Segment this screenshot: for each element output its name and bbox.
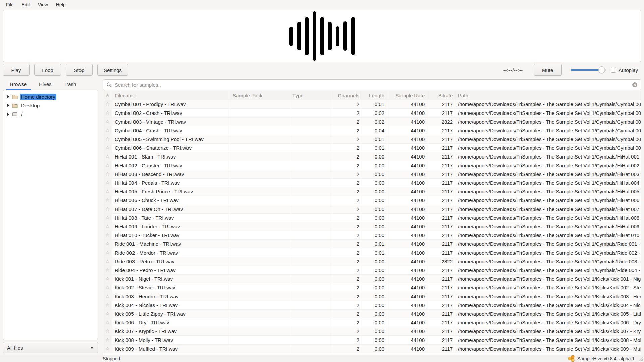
table-row[interactable]: ☆Ride 002 - Mordor - TRI.wav20:014410021…	[103, 248, 641, 257]
clear-search-icon[interactable]	[632, 82, 638, 88]
autoplay-checkbox[interactable]	[611, 67, 616, 73]
cell-type	[290, 109, 330, 118]
table-row[interactable]: ☆Cymbal 001 - Prodigy - TRI.wav20:014410…	[103, 100, 641, 109]
table-row[interactable]: ☆HiHat 006 - Chuck - TRI.wav20:004410021…	[103, 196, 641, 205]
cell-sample-rate: 44100	[387, 152, 427, 161]
favorite-star-icon[interactable]: ☆	[103, 187, 112, 196]
cell-type	[290, 266, 330, 275]
tree-item--[interactable]: /	[3, 110, 98, 119]
mute-button[interactable]: Mute	[534, 64, 562, 76]
favorite-star-icon[interactable]: ☆	[103, 318, 112, 327]
column-header-channels[interactable]: Channels	[330, 91, 362, 100]
table-row[interactable]: ☆Cymbal 005 - Swimming Pool - TRI.wav20:…	[103, 135, 641, 144]
favorite-star-icon[interactable]: ☆	[103, 222, 112, 231]
table-row[interactable]: ☆Kick 003 - Hendrix - TRI.wav20:00441002…	[103, 292, 641, 301]
favorite-star-icon[interactable]: ☆	[103, 144, 112, 152]
favorite-column-header[interactable]: ★	[103, 91, 112, 100]
table-row[interactable]: ☆Kick 009 - Muffled - TRI.wav20:00441002…	[103, 345, 641, 353]
expand-caret-icon[interactable]	[7, 104, 9, 107]
column-header-sample-pack[interactable]: Sample Pack	[230, 91, 290, 100]
table-row[interactable]: ☆Kick 006 - Dry - TRI.wav20:00441002117/…	[103, 318, 641, 327]
favorite-star-icon[interactable]: ☆	[103, 100, 112, 109]
favorite-star-icon[interactable]: ☆	[103, 240, 112, 248]
table-row[interactable]: ☆Cymbal 002 - Crash - TRI.wav20:02441002…	[103, 109, 641, 118]
favorite-star-icon[interactable]: ☆	[103, 275, 112, 283]
table-row[interactable]: ☆HiHat 008 - Tate - TRI.wav20:0044100211…	[103, 214, 641, 222]
favorite-star-icon[interactable]: ☆	[103, 257, 112, 266]
expand-caret-icon[interactable]	[7, 112, 9, 116]
favorite-star-icon[interactable]: ☆	[103, 301, 112, 310]
favorite-star-icon[interactable]: ☆	[103, 310, 112, 318]
favorite-star-icon[interactable]: ☆	[103, 292, 112, 301]
cell-sample-pack	[230, 318, 290, 327]
column-header-sample-rate[interactable]: Sample Rate	[387, 91, 427, 100]
favorite-star-icon[interactable]: ☆	[103, 152, 112, 161]
table-row[interactable]: ☆Kick 002 - Stevie - TRI.wav20:004410021…	[103, 283, 641, 292]
play-button[interactable]: Play	[3, 64, 30, 76]
table-row[interactable]: ☆Ride 003 - Retro - TRI.wav20:0044100282…	[103, 257, 641, 266]
table-row[interactable]: ☆Cymbal 004 - Crash - TRI.wav20:04441002…	[103, 126, 641, 135]
stop-button[interactable]: Stop	[66, 64, 93, 76]
favorite-star-icon[interactable]: ☆	[103, 179, 112, 187]
search-input[interactable]	[115, 82, 632, 88]
table-row[interactable]: ☆Cymbal 003 - VIntage - TRI.wav20:024410…	[103, 118, 641, 126]
expand-caret-icon[interactable]	[7, 95, 9, 98]
volume-slider[interactable]	[571, 66, 606, 73]
tab-trash[interactable]: Trash	[59, 79, 81, 90]
settings-button[interactable]: Settings	[97, 64, 128, 76]
favorite-star-icon[interactable]: ☆	[103, 231, 112, 240]
menu-item-view[interactable]: View	[35, 1, 51, 9]
favorite-star-icon[interactable]: ☆	[103, 161, 112, 170]
menu-item-file[interactable]: File	[3, 1, 17, 9]
favorite-star-icon[interactable]: ☆	[103, 205, 112, 214]
table-row[interactable]: ☆HiHat 002 - Ganster - TRI.wav20:0044100…	[103, 161, 641, 170]
table-row[interactable]: ☆Ride 001 - Machine - TRI.wav20:01441002…	[103, 240, 641, 248]
table-row[interactable]: ☆HiHat 004 - Pedals - TRI.wav20:00441002…	[103, 179, 641, 187]
favorite-star-icon[interactable]: ☆	[103, 266, 112, 275]
file-filter-dropdown[interactable]: All files	[3, 342, 98, 353]
table-row[interactable]: ☆Kick 004 - Nicolas - TRI.wav20:00441002…	[103, 301, 641, 310]
table-row[interactable]: ☆Kick 008 - Molly - TRI.wav20:0044100211…	[103, 336, 641, 345]
table-row[interactable]: ☆HiHat 007 - Date Oh - TRI.wav20:0044100…	[103, 205, 641, 214]
column-header-length[interactable]: Length	[362, 91, 387, 100]
tree-item-home-directory[interactable]: Home directory	[3, 92, 98, 101]
tab-hives[interactable]: Hives	[34, 79, 56, 90]
menu-item-help[interactable]: Help	[53, 1, 69, 9]
favorite-star-icon[interactable]: ☆	[103, 109, 112, 118]
favorite-star-icon[interactable]: ☆	[103, 214, 112, 222]
cell-bitrate: 2117	[427, 345, 455, 353]
table-row[interactable]: ☆HiHat 001 - Slam - TRI.wav20:0044100211…	[103, 152, 641, 161]
favorite-star-icon[interactable]: ☆	[103, 283, 112, 292]
table-row[interactable]: ☆HiHat 003 - Descend - TRI.wav20:0044100…	[103, 170, 641, 179]
favorite-star-icon[interactable]: ☆	[103, 327, 112, 336]
column-header-type[interactable]: Type	[290, 91, 330, 100]
menu-item-edit[interactable]: Edit	[18, 1, 33, 9]
loop-button[interactable]: Loop	[34, 64, 61, 76]
table-row[interactable]: ☆HiHat 005 - Fresh Prince - TRI.wav20:00…	[103, 187, 641, 196]
cell-channels: 2	[330, 327, 362, 336]
favorite-star-icon[interactable]: ☆	[103, 345, 112, 353]
tree-item-desktop[interactable]: Desktop	[3, 101, 98, 110]
column-header-path[interactable]: Path	[455, 91, 641, 100]
volume-slider-thumb[interactable]	[598, 66, 605, 73]
favorite-star-icon[interactable]: ☆	[103, 196, 112, 205]
table-row[interactable]: ☆HiHat 009 - Lorider - TRI.wav20:0044100…	[103, 222, 641, 231]
favorite-star-icon[interactable]: ☆	[103, 336, 112, 345]
resize-grip[interactable]	[638, 356, 643, 361]
tab-browse[interactable]: Browse	[5, 79, 32, 90]
favorite-star-icon[interactable]: ☆	[103, 248, 112, 257]
cell-channels: 2	[330, 248, 362, 257]
table-row[interactable]: ☆Kick 007 - Kryptic - TRI.wav20:00441002…	[103, 327, 641, 336]
favorite-star-icon[interactable]: ☆	[103, 170, 112, 179]
column-header-bitrate[interactable]: Bitrate	[427, 91, 455, 100]
favorite-star-icon[interactable]: ☆	[103, 118, 112, 126]
table-row[interactable]: ☆Cymbal 006 - Shatterize - TRI.wav20:014…	[103, 144, 641, 152]
favorite-star-icon[interactable]: ☆	[103, 126, 112, 135]
table-row[interactable]: ☆Kick 001 - Nigel - TRI.wav20:0044100211…	[103, 275, 641, 283]
table-row[interactable]: ☆Ride 004 - Pedro - TRI.wav20:0044100211…	[103, 266, 641, 275]
column-header-filename[interactable]: Filename	[112, 91, 230, 100]
table-row[interactable]: ☆Kick 005 - Little Zippy - TRI.wav20:004…	[103, 310, 641, 318]
cell-channels: 2	[330, 135, 362, 144]
favorite-star-icon[interactable]: ☆	[103, 135, 112, 144]
table-row[interactable]: ☆HiHat 010 - Tucker - TRI.wav20:00441002…	[103, 231, 641, 240]
